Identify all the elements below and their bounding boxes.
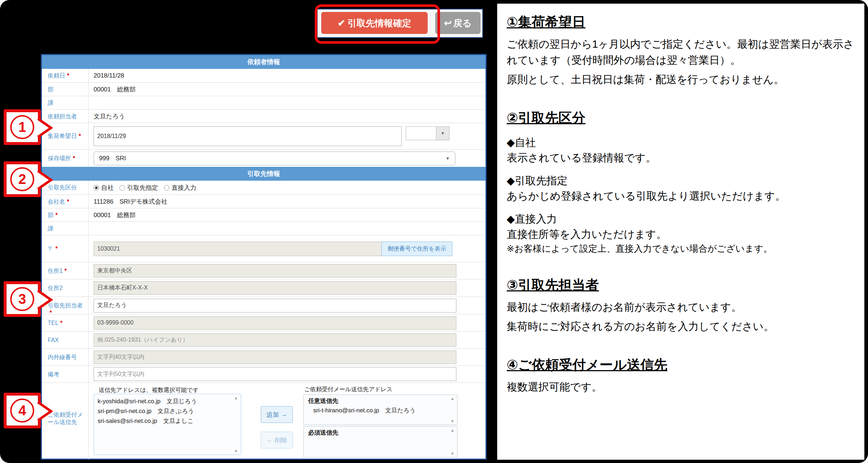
row-requester-person: 依頼担当者 文旦たろう <box>42 109 486 123</box>
pickup-time-combo[interactable]: ▼ <box>406 126 449 140</box>
remarks-label: 備考 <box>48 371 59 377</box>
row-remarks: 備考 <box>42 365 486 382</box>
mail-source-item[interactable]: k-yoshida@sri-net.co.jp 文旦じろう <box>98 396 230 406</box>
required-recipients-box[interactable]: 必須送信先 ▲ ▼ <box>303 426 457 458</box>
help-paragraph: 集荷時にご対応される方のお名前を入力してください。 <box>507 319 861 335</box>
radio-selected-icon[interactable] <box>94 185 99 191</box>
callout-1-pickup-date: 1 <box>4 109 41 145</box>
mail-source-listbox[interactable]: k-yoshida@sri-net.co.jp 文旦じろう sri-pm@sri… <box>94 394 241 455</box>
help-title: ④ご依頼受付メール送信先 <box>507 356 861 374</box>
scroll-up-icon[interactable]: ▲ <box>234 396 238 400</box>
row-address1: 住所1* <box>42 262 486 279</box>
required-marker: * <box>67 199 69 205</box>
scroll-down-icon[interactable]: ▼ <box>451 419 455 423</box>
help-paragraph: ご依頼の翌日から1ヶ月以内でご指定ください。最初は翌営業日が表示されています（受… <box>507 36 861 68</box>
fax-input[interactable] <box>94 333 456 347</box>
help-item-body: あらかじめ登録されている引取先より選択いただけます。 <box>507 189 861 204</box>
radio-designated-pickup-label: 引取先指定 <box>127 184 158 192</box>
address1-input[interactable] <box>94 264 456 278</box>
optional-recipient-item[interactable]: sri-t-hirano@sri-net.co.jp 文旦たろう <box>313 407 447 415</box>
help-title: ①集荷希望日 <box>507 13 861 31</box>
row-request-date: 依頼日* 2018/11/28 <box>42 69 486 82</box>
tel-input[interactable] <box>94 316 456 330</box>
mail-source-item[interactable]: sri-pm@sri-net.co.jp 文旦さぶろう <box>98 406 230 416</box>
show-address-by-zip-button[interactable]: 郵便番号で住所を表示 <box>381 242 452 256</box>
required-marker: * <box>60 320 62 326</box>
top-button-bar: ✔ 引取先情報確定 ↩ 戻る <box>317 9 483 38</box>
section-label: 課 <box>48 100 54 106</box>
pickup-date-input[interactable] <box>94 126 402 146</box>
help-paragraph: 原則として、土日祝日は集荷・配送を行っておりません。 <box>507 72 861 88</box>
requester-person-value: 文旦たろう <box>94 112 125 121</box>
pickup-request-form: 依頼者情報 依頼日* 2018/11/28 部 00001 総務部 課 依頼担当… <box>41 54 487 460</box>
pickup-time-value[interactable] <box>406 126 436 140</box>
confirm-pickup-info-button[interactable]: ✔ 引取先情報確定 <box>321 12 428 34</box>
row-address2: 住所2 <box>42 279 486 297</box>
listbox-scrollbar[interactable]: ▲ ▼ <box>449 396 456 423</box>
source-list-caption: 送信先アドレスは、複数選択可能です <box>99 387 486 394</box>
radio-unselected-icon[interactable] <box>119 185 125 191</box>
address2-input[interactable] <box>94 281 456 295</box>
row-company-name: 会社名* 111286 SRIデモ株式会社 <box>42 195 486 208</box>
radio-own-company[interactable]: 自社 <box>94 184 114 192</box>
required-marker: * <box>55 212 58 218</box>
storage-location-label: 保存場所 <box>48 155 71 161</box>
help-panel: ①集荷希望日 ご依頼の翌日から1ヶ月以内でご指定ください。最初は翌営業日が表示さ… <box>497 4 864 460</box>
callout-number: 2 <box>10 167 34 191</box>
storage-location-select[interactable]: 999 SRI ▼ <box>94 152 455 165</box>
storage-location-value: 999 SRI <box>99 154 126 162</box>
scroll-up-icon[interactable]: ▲ <box>451 428 455 432</box>
mail-source-item[interactable]: sri-sales@sri-net.co.jp 文旦よしこ <box>98 416 230 426</box>
radio-direct-input[interactable]: 直接入力 <box>164 184 196 192</box>
row-fax: FAX <box>42 331 486 348</box>
scroll-down-icon[interactable]: ▼ <box>234 449 238 453</box>
required-marker: * <box>67 72 69 79</box>
help-section-pickup-type: ②引取先区分 ◆自社 表示されている登録情報です。 ◆引取先指定 あらかじめ登録… <box>507 109 861 255</box>
help-title: ②引取先区分 <box>507 109 861 127</box>
back-button[interactable]: ↩ 戻る <box>435 12 480 34</box>
department-value: 00001 総務部 <box>94 85 135 94</box>
remove-recipient-button[interactable]: ← 削除 <box>261 432 293 448</box>
extension-number-label: 内外線番号 <box>48 354 77 360</box>
extension-number-input[interactable] <box>94 350 456 364</box>
row-tel: TEL* <box>42 314 486 331</box>
help-item-body: 表示されている登録情報です。 <box>507 150 861 165</box>
confirm-button-label: 引取先情報確定 <box>347 17 411 29</box>
help-paragraph: 複数選択可能です。 <box>507 379 861 395</box>
scroll-down-icon[interactable]: ▼ <box>451 451 455 456</box>
scroll-up-icon[interactable]: ▲ <box>451 396 455 401</box>
fax-label: FAX <box>48 337 59 343</box>
row-pickup-department: 部* 00001 総務部 <box>42 208 486 221</box>
listbox-scrollbar[interactable]: ▲ ▼ <box>449 428 456 456</box>
pickup-time-dropdown-button[interactable]: ▼ <box>436 126 449 140</box>
help-section-pickup-person: ③引取先担当者 最初はご依頼者様のお名前が表示されています。 集荷時にご対応され… <box>507 276 861 335</box>
row-pickup-section: 課 <box>42 221 486 235</box>
section-header-pickup-info: 引取先情報 <box>42 167 486 181</box>
optional-recipients-box[interactable]: 任意送信先 sri-t-hirano@sri-net.co.jp 文旦たろう ▲… <box>303 395 457 425</box>
radio-unselected-icon[interactable] <box>164 185 169 191</box>
chevron-down-icon: ▼ <box>445 156 450 161</box>
pickup-department-label: 部 <box>48 212 54 218</box>
callout-2-pickup-type: 2 <box>4 161 41 197</box>
callout-arrow-icon <box>37 118 53 138</box>
row-pickup-person: 引取先担当者* <box>42 297 486 314</box>
postal-code-input[interactable] <box>94 242 384 256</box>
listbox-scrollbar[interactable]: ▲ ▼ <box>233 396 239 453</box>
address1-label: 住所1 <box>48 268 63 274</box>
pickup-person-input[interactable] <box>94 299 456 313</box>
destination-caption: ご依頼受付メール送信先アドレス <box>304 386 393 393</box>
required-recipients-title: 必須送信先 <box>308 429 447 437</box>
add-recipient-button[interactable]: 追加 → <box>261 406 293 423</box>
radio-designated-pickup[interactable]: 引取先指定 <box>119 184 158 192</box>
required-marker: * <box>55 246 58 252</box>
chevron-down-icon: ▼ <box>441 131 445 136</box>
remarks-input[interactable] <box>94 367 456 381</box>
request-date-label: 依頼日 <box>48 72 65 79</box>
help-section-pickup-date: ①集荷希望日 ご依頼の翌日から1ヶ月以内でご指定ください。最初は翌営業日が表示さ… <box>507 13 861 88</box>
callout-arrow-icon <box>37 290 53 310</box>
row-mail-recipients: ご依頼受付メール送信先 送信先アドレスは、複数選択可能です k-yoshida@… <box>42 382 486 460</box>
back-arrow-icon: ↩ <box>444 18 452 28</box>
request-date-value: 2018/11/28 <box>94 72 124 79</box>
screenshot-canvas: ✔ 引取先情報確定 ↩ 戻る 依頼者情報 依頼日* 2018/11/28 部 0… <box>0 0 868 463</box>
row-pickup-type: 引取先区分 自社 引取先指定 直接入力 <box>42 181 486 195</box>
